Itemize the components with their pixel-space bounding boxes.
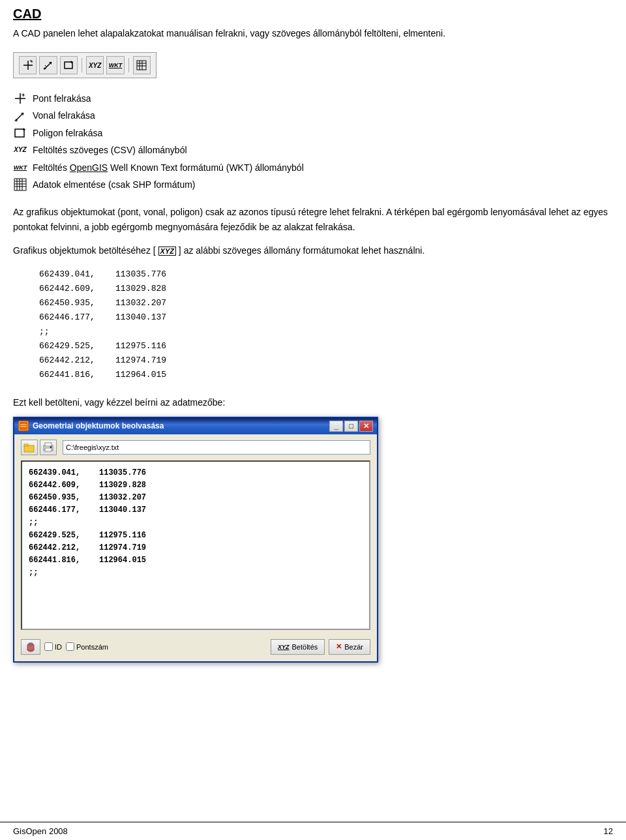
maximize-button[interactable]: □ <box>344 421 358 432</box>
list-item-polygon: + Poligon felrakása <box>13 126 613 140</box>
code-line-7: 662442.212, 112974.719 <box>39 353 613 368</box>
dialog-textarea-wrapper: 662439.041, 113035.776 662442.609, 11302… <box>21 460 370 630</box>
cad-toolbar: + + XYZ WKT <box>13 52 156 78</box>
dialog-content-area[interactable]: 662439.041, 113035.776 662442.609, 11302… <box>29 467 363 580</box>
code-line-2: 662442.609, 113029.828 <box>39 282 613 296</box>
dialog-body: 662439.041, 113035.776 662442.609, 11302… <box>14 434 377 661</box>
wkt-tool-button[interactable]: WKT <box>106 56 124 74</box>
code-line-1: 662439.041, 113035.776 <box>39 267 613 282</box>
shp-list-label: Adatok elmentése (csak SHP formátum) <box>33 177 196 192</box>
svg-rect-24 <box>14 179 26 190</box>
svg-text:+: + <box>43 66 46 71</box>
page-footer: GisOpen 2008 12 <box>0 822 626 840</box>
feature-list: + Pont felrakása + Vonal felrakása + Pol… <box>13 91 613 192</box>
code-line-8: 662441.816, 112964.015 <box>39 368 613 382</box>
minimize-button[interactable]: _ <box>329 421 343 432</box>
svg-rect-31 <box>20 423 27 429</box>
titlebar-buttons: _ □ ✕ <box>329 421 373 432</box>
titlebar-left: Geometriai objektumok beolvasása <box>18 421 164 431</box>
point-tool-button[interactable] <box>19 56 37 74</box>
svg-rect-37 <box>45 443 52 446</box>
point-list-label: Pont felrakása <box>33 91 91 106</box>
save-tool-button[interactable] <box>133 56 151 74</box>
svg-text:+: + <box>14 117 18 123</box>
file-path-input[interactable] <box>63 440 370 455</box>
geometry-dialog: Geometriai objektumok beolvasása _ □ ✕ <box>13 417 378 663</box>
line-icon: + <box>42 59 54 71</box>
polygon-list-icon: + <box>13 126 27 140</box>
csv-list-icon: XYZ <box>13 143 27 157</box>
list-item-point: + Pont felrakása <box>13 91 613 106</box>
xyz-tool-button[interactable]: XYZ <box>86 56 104 74</box>
dialog-intro-label: Ezt kell betölteni, vagy kézzel beírni a… <box>13 395 613 410</box>
pontszam-label: Pontszám <box>76 643 108 651</box>
footer-right: 12 <box>604 826 613 836</box>
csv-list-label: Feltöltés szöveges (CSV) állományból <box>33 143 187 157</box>
svg-rect-35 <box>24 444 28 446</box>
point-list-icon: + <box>13 91 27 106</box>
svg-text:+: + <box>22 92 25 98</box>
line-tool-button[interactable]: + <box>39 56 57 74</box>
paragraph2-suffix: ] az alábbi szöveges állomány formátumok… <box>179 245 425 256</box>
code-example: 662439.041, 113035.776 662442.609, 11302… <box>39 267 613 383</box>
line-list-icon: + <box>13 109 27 123</box>
save-icon <box>136 59 147 71</box>
toolbar-separator-1 <box>82 58 82 72</box>
code-line-5: ;; <box>39 325 613 339</box>
opengis-link[interactable]: OpenGIS <box>70 162 108 173</box>
svg-text:+: + <box>70 59 73 65</box>
close-footer-button[interactable]: ✕ Bezár <box>329 639 370 655</box>
polygon-list-label: Poligon felrakása <box>33 126 102 140</box>
close-footer-label: Bezár <box>344 643 363 651</box>
load-btn-label: Betöltés <box>292 643 318 651</box>
point-icon <box>22 59 34 71</box>
id-label: ID <box>55 643 62 651</box>
list-item-shp: Adatok elmentése (csak SHP formátum) <box>13 177 613 192</box>
close-footer-icon: ✕ <box>336 642 342 651</box>
svg-rect-38 <box>45 448 52 451</box>
dialog-toolbar <box>21 440 370 455</box>
wkt-list-icon: WKT <box>13 160 27 175</box>
wkt-list-label: Feltöltés OpenGIS Well Known Text formát… <box>33 160 304 175</box>
dialog-open-button[interactable] <box>21 440 38 455</box>
open-folder-icon <box>23 442 35 453</box>
dialog-titlebar: Geometriai objektumok beolvasása _ □ ✕ <box>14 418 377 434</box>
polygon-icon: + <box>63 59 74 71</box>
body-paragraph-1: Az grafikus objektumokat (pont, vonal, p… <box>13 205 613 234</box>
eraser-icon <box>25 642 36 652</box>
list-item-line: + Vonal felrakása <box>13 108 613 123</box>
load-button[interactable]: XYZ Betöltés <box>271 639 325 655</box>
list-item-csv: XYZ Feltöltés szöveges (CSV) állományból <box>13 143 613 157</box>
dialog-footer: ID Pontszám XYZ Betöltés ✕ Bezár <box>21 637 370 655</box>
pontszam-checkbox-group: Pontszám <box>66 642 108 651</box>
pontszam-checkbox[interactable] <box>66 642 74 651</box>
id-checkbox[interactable] <box>44 642 53 651</box>
load-btn-icon: XYZ <box>278 644 290 650</box>
print-icon <box>42 442 54 453</box>
body-paragraph-2: Grafikus objektumok betöltéséhez [ XYZ ]… <box>13 243 613 258</box>
paragraph2-prefix: Grafikus objektumok betöltéséhez [ <box>13 245 156 256</box>
shp-list-icon <box>13 177 27 192</box>
svg-rect-11 <box>137 61 146 70</box>
svg-point-39 <box>50 446 52 448</box>
code-line-3: 662450.935, 113032.207 <box>39 296 613 310</box>
line-list-label: Vonal felrakása <box>33 108 95 123</box>
intro-paragraph: A CAD panelen lehet alapalakzatokat manu… <box>13 27 613 40</box>
dialog-print-button[interactable] <box>40 440 57 455</box>
paragraph2-icon: XYZ <box>158 247 176 256</box>
id-checkbox-group: ID <box>44 642 62 651</box>
xyz-icon: XYZ <box>89 62 101 69</box>
svg-rect-42 <box>29 643 33 645</box>
code-line-6: 662429.525, 112975.116 <box>39 339 613 353</box>
code-line-4: 662446.177, 113040.137 <box>39 310 613 325</box>
polygon-tool-button[interactable]: + <box>60 56 78 74</box>
dialog-title: Geometriai objektumok beolvasása <box>33 421 164 430</box>
svg-text:+: + <box>22 127 25 133</box>
wkt-icon: WKT <box>109 62 123 68</box>
toolbar-separator-2 <box>128 58 129 72</box>
dialog-app-icon <box>18 421 29 431</box>
eraser-button[interactable] <box>21 639 40 655</box>
footer-left: GisOpen 2008 <box>13 826 68 836</box>
dialog-close-button[interactable]: ✕ <box>359 421 373 432</box>
page-title: CAD <box>13 7 613 22</box>
